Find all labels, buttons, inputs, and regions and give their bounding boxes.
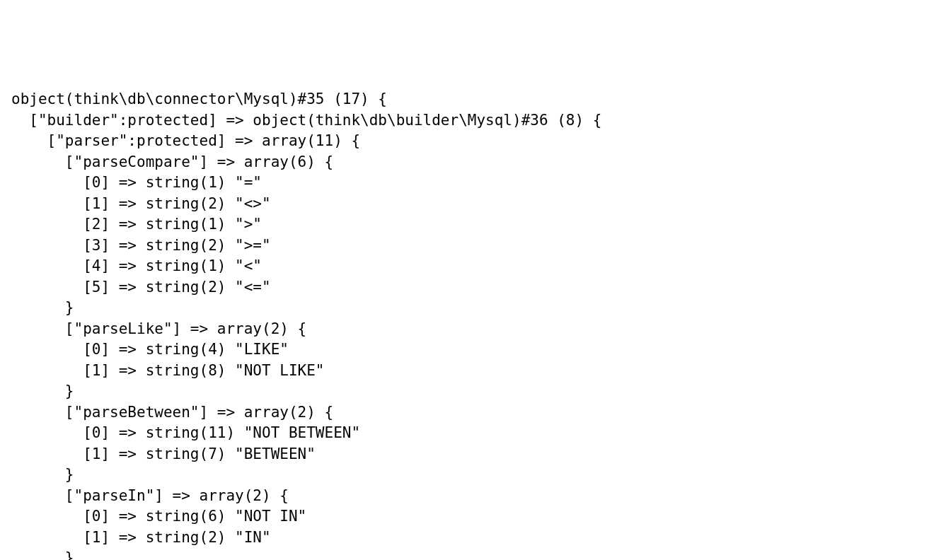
dump-line: [1] => string(8) "NOT LIKE" xyxy=(11,362,325,379)
dump-line: } xyxy=(11,383,74,399)
dump-line: ["parseBetween"] => array(2) { xyxy=(11,404,333,421)
dump-line: [1] => string(7) "BETWEEN" xyxy=(11,445,316,462)
dump-line: [2] => string(1) ">" xyxy=(11,216,262,233)
dump-line: ["parseIn"] => array(2) { xyxy=(11,487,289,504)
dump-line: } xyxy=(11,299,74,316)
dump-line: ["parser":protected] => array(11) { xyxy=(11,132,360,149)
dump-line: ["parseCompare"] => array(6) { xyxy=(11,153,333,170)
dump-line: ["parseLike"] => array(2) { xyxy=(11,320,306,337)
dump-line: object(think\db\connector\Mysql)#35 (17)… xyxy=(11,91,387,107)
dump-line: [5] => string(2) "<=" xyxy=(11,279,271,296)
dump-line: [1] => string(2) "IN" xyxy=(11,529,271,546)
dump-line: [0] => string(6) "NOT IN" xyxy=(11,508,306,525)
dump-line: [1] => string(2) "<>" xyxy=(11,195,271,212)
dump-line: [3] => string(2) ">=" xyxy=(11,237,271,254)
dump-line: [0] => string(4) "LIKE" xyxy=(11,341,289,358)
dump-line: } xyxy=(11,466,74,483)
php-var-dump-output: object(think\db\connector\Mysql)#35 (17)… xyxy=(11,89,935,560)
dump-line: } xyxy=(11,549,74,560)
dump-line: ["builder":protected] => object(think\db… xyxy=(11,112,601,129)
dump-line: [0] => string(1) "=" xyxy=(11,174,262,191)
dump-line: [4] => string(1) "<" xyxy=(11,257,262,274)
dump-line: [0] => string(11) "NOT BETWEEN" xyxy=(11,424,360,441)
